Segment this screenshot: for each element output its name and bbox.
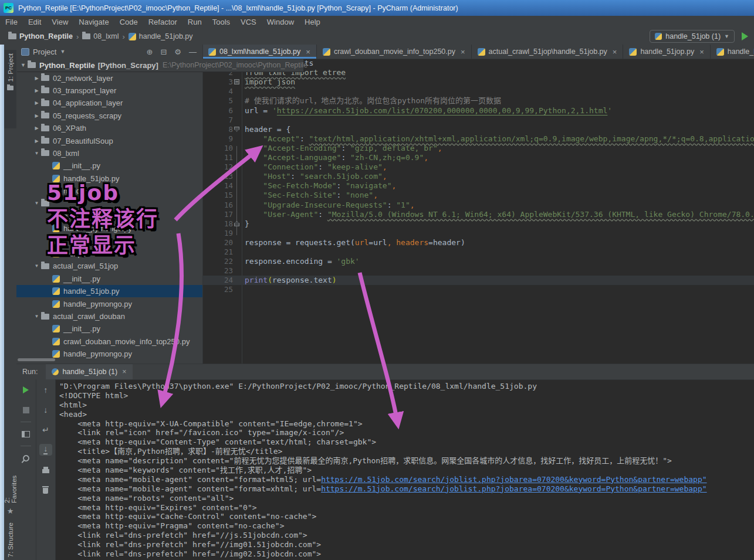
- close-icon[interactable]: ×: [699, 47, 704, 56]
- tree-item[interactable]: ▶05_requests_scrapy: [16, 110, 202, 122]
- editor[interactable]: 08_lxml\handle_51job.py×crawl_douban_mov…: [202, 45, 754, 364]
- tool-window-tab-project[interactable]: 1: Project: [4, 50, 16, 128]
- code-line[interactable]: 12 "Connection": "keep-alive",: [202, 162, 754, 172]
- menu-item-run[interactable]: Run: [182, 16, 207, 28]
- code-line[interactable]: 19: [202, 229, 754, 238]
- editor-tab[interactable]: crawl_douban_movie_info_top250.py×: [317, 45, 472, 59]
- horizontal-scrollbar[interactable]: [18, 358, 55, 361]
- code-line[interactable]: 20response = requests.get(url=url, heade…: [202, 238, 754, 247]
- expand-arrow-icon[interactable]: ▼: [19, 62, 28, 68]
- close-icon[interactable]: ×: [122, 368, 126, 376]
- tree-item-project-root[interactable]: ▼ Python_Reptile [Python_Scrapy] E:\Pyth…: [16, 59, 303, 72]
- code-line[interactable]: 25: [202, 285, 754, 294]
- tree-item[interactable]: ▼actual_crawl_51jop: [16, 260, 202, 272]
- code-line[interactable]: 7: [202, 116, 754, 125]
- expand-arrow-icon[interactable]: ▶: [32, 113, 41, 118]
- down-stack-icon[interactable]: ↓: [39, 404, 52, 416]
- run-console-output[interactable]: "D:\Program Files\Python37\python.exe" E…: [56, 379, 754, 560]
- tool-window-tab-favorites[interactable]: 2: Favorites ★: [4, 465, 16, 519]
- tree-item[interactable]: ▼08_lxml: [16, 147, 202, 159]
- code-line[interactable]: 23: [202, 266, 754, 276]
- expand-arrow-icon[interactable]: ▶: [32, 76, 41, 81]
- expand-arrow-icon[interactable]: ▶: [32, 138, 41, 144]
- menu-item-tools[interactable]: Tools: [207, 16, 235, 28]
- code-line[interactable]: 10 "Accept-Encoding": "gzip, deflate, br…: [202, 144, 754, 153]
- tree-item[interactable]: __init__.py: [16, 323, 202, 335]
- tree-item[interactable]: ▶04_application_layer: [16, 97, 202, 109]
- tree-item[interactable]: handle_pymongo.py: [16, 297, 202, 310]
- menu-item-window[interactable]: Window: [262, 16, 299, 28]
- tree-item[interactable]: __init__.py: [16, 159, 202, 172]
- print-icon[interactable]: [39, 464, 52, 476]
- menu-item-vcs[interactable]: VCS: [235, 16, 262, 28]
- console-link[interactable]: https://m.51job.com/search/joblist.php?j…: [321, 475, 706, 484]
- soft-wrap-icon[interactable]: ↵: [39, 424, 52, 436]
- code-line[interactable]: 14 "Sec-Fetch-Mode": "navigate",: [202, 181, 754, 191]
- hide-icon[interactable]: —: [189, 48, 197, 56]
- code-line[interactable]: 13 "Host": "search.51job.com",: [202, 172, 754, 181]
- code-line[interactable]: 21: [202, 247, 754, 257]
- expand-arrow-icon[interactable]: ▶: [32, 100, 41, 106]
- code-line[interactable]: 18}: [202, 219, 754, 229]
- menu-item-code[interactable]: Code: [114, 16, 143, 28]
- tool-window-tab-structure[interactable]: 7: Structure: [4, 519, 16, 560]
- editor-tab[interactable]: handle_51jop.py×: [623, 45, 710, 59]
- code-line[interactable]: 15 "Sec-Fetch-Site": "none",: [202, 191, 754, 200]
- code-line[interactable]: 9 "Accept": "text/html,application/xhtml…: [202, 134, 754, 144]
- expand-arrow-icon[interactable]: ▶: [32, 88, 41, 93]
- code-line[interactable]: 22response.encoding = 'gbk': [202, 257, 754, 266]
- clear-all-icon[interactable]: [39, 484, 52, 495]
- run-tab[interactable]: handle_51job (1) ×: [46, 364, 132, 379]
- code-line[interactable]: 6url = 'https://search.51job.com/list/07…: [202, 106, 754, 116]
- expand-arrow-icon[interactable]: ▼: [32, 263, 41, 269]
- expand-arrow-icon[interactable]: ▼: [32, 201, 41, 206]
- close-icon[interactable]: ×: [613, 47, 617, 56]
- up-stack-icon[interactable]: ↑: [39, 384, 52, 396]
- breadcrumb-item[interactable]: handle_51job.py: [129, 32, 193, 40]
- menu-item-help[interactable]: Help: [299, 16, 326, 28]
- tree-item[interactable]: crawl_douban_movie_info_top250.py: [16, 335, 202, 348]
- menu-item-view[interactable]: View: [46, 16, 73, 28]
- expand-arrow-icon[interactable]: ▼: [32, 151, 41, 156]
- close-icon[interactable]: ×: [306, 47, 310, 56]
- run-button[interactable]: [742, 32, 748, 40]
- menu-item-navigate[interactable]: Navigate: [73, 16, 114, 28]
- menu-item-refactor[interactable]: Refactor: [143, 16, 182, 28]
- code-line[interactable]: 16 "Upgrade-Insecure-Requests": "1",: [202, 201, 754, 210]
- stop-icon[interactable]: [19, 404, 32, 416]
- code-line[interactable]: 17 "User-Agent": "Mozilla/5.0 (Windows N…: [202, 210, 754, 219]
- menu-item-edit[interactable]: Edit: [23, 16, 46, 28]
- code-line[interactable]: 8header = {: [202, 125, 754, 134]
- code-line[interactable]: 4: [202, 87, 754, 96]
- tree-item[interactable]: ▶03_transport_layer: [16, 84, 202, 97]
- tree-item[interactable]: __init__.py: [16, 273, 202, 285]
- console-link[interactable]: https://m.51job.com/search/joblist.php?j…: [321, 484, 706, 493]
- fold-marker-icon[interactable]: [234, 79, 239, 84]
- expand-arrow-icon[interactable]: ▼: [32, 314, 41, 319]
- collapse-all-icon[interactable]: ⊟: [160, 48, 167, 56]
- code-line[interactable]: 11 "Accept-Language": "zh-CN,zh;q=0.9",: [202, 153, 754, 162]
- code-line[interactable]: 3import json: [202, 77, 754, 87]
- close-icon[interactable]: ×: [461, 47, 465, 56]
- breadcrumb-item[interactable]: 08_lxml: [82, 32, 119, 40]
- tree-item[interactable]: ▶07_BeautifulSoup: [16, 134, 202, 147]
- rerun-icon[interactable]: [19, 384, 32, 396]
- menu-item-file[interactable]: File: [0, 16, 23, 28]
- locate-icon[interactable]: ⊕: [147, 48, 153, 56]
- code-area[interactable]: 1import requests2from lxml import etree3…: [202, 59, 754, 364]
- settings-icon[interactable]: ⚙: [174, 48, 181, 56]
- breadcrumb-item[interactable]: Python_Reptile: [8, 32, 73, 40]
- code-line[interactable]: 5# 使我们请求的url，地点为北京。岗位包含python所有岗位的第一页数据: [202, 96, 754, 106]
- expand-arrow-icon[interactable]: ▶: [32, 125, 41, 131]
- tree-item[interactable]: handle_51job.py: [16, 285, 202, 297]
- code-line[interactable]: 24print(response.text): [202, 276, 754, 285]
- run-configuration-select[interactable]: handle_51job (1) ▼: [650, 30, 735, 43]
- tree-item[interactable]: ▶06_XPath: [16, 122, 202, 134]
- pin-icon[interactable]: [19, 452, 32, 464]
- tree-item[interactable]: ▶02_network_layer: [16, 72, 202, 84]
- layout-icon[interactable]: [19, 428, 32, 440]
- editor-tab[interactable]: actual_crawl_51jop\handle_51job.py×: [472, 45, 624, 59]
- editor-tab[interactable]: 08_lxml\handle_51job.py×: [202, 45, 317, 59]
- tree-item[interactable]: ▼actual_crawl_douban: [16, 310, 202, 323]
- chevron-down-icon[interactable]: ▼: [60, 49, 65, 55]
